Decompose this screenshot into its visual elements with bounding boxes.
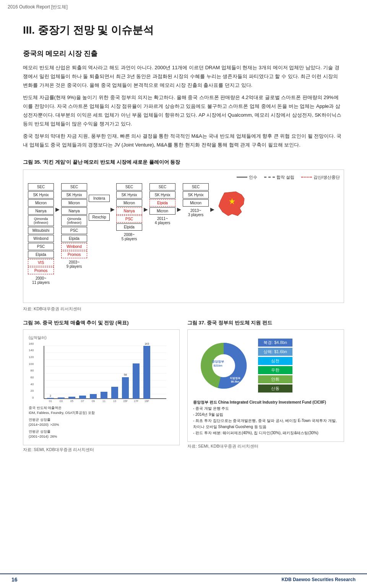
section-title: III. 중장기 전망 및 이슈분석	[23, 23, 344, 37]
col2-sec: SEC	[61, 183, 87, 191]
col2-winbond: Winbond	[61, 243, 87, 250]
svg-rect-12	[47, 398, 54, 399]
figure-36-container: 그림 36. 중국 반도체 매출액 추이 및 전망 (목표) (십억달러) 16…	[23, 319, 180, 460]
col2-nanya: Nanya	[61, 207, 87, 215]
col3-micron: Micron	[116, 199, 142, 207]
col1-qimonda: Qimonda(Infineon)	[28, 215, 54, 226]
col3-psc: PSC	[116, 215, 142, 223]
col2-qimonda: Qimonda(Infineon)	[61, 215, 87, 226]
col3-skhynix: SK Hynix	[116, 191, 142, 199]
col2-year: 2003~9 players	[67, 260, 82, 269]
pie-chart-svg: 중앙정부 $21bn 지방정부 $6.5bn	[193, 335, 254, 396]
fund-beijing: 북경: $4.8bn	[258, 339, 292, 347]
col1-winbond: Winbond	[28, 235, 54, 242]
svg-rect-32	[143, 346, 150, 399]
legend-acquisition: 인수	[237, 174, 257, 180]
fund-shandong: 산동	[258, 384, 292, 393]
fund-wuhan: 우한	[258, 366, 292, 374]
figure-37-source: 자료: SEMI, KDB대우증권 리서치센터	[187, 443, 344, 449]
col1-psc: PSC	[28, 243, 54, 250]
rexchip-box: Rexchip	[89, 213, 110, 221]
svg-rect-15	[58, 397, 65, 399]
body-paragraph-1: 메모리 반도체 산업은 퇴출의 역사라고 해도 과언이 아니다. 2000년 1…	[23, 64, 344, 90]
page-footer: 16 KDB Daewoo Securities Research	[0, 573, 367, 583]
flow-col-5: SEC SK Hynix Micron 2013~3 players	[182, 183, 209, 217]
col2-micron: Micron	[61, 199, 87, 207]
svg-marker-0	[219, 192, 244, 216]
body-paragraph-2: 반도체 자급률(현재 9%)을 높이기 위한 중국 정부의 의지는 확고하다. …	[23, 93, 344, 128]
col1-nanya: Nanya	[28, 207, 54, 215]
flow-col-3: SEC SK Hynix Micron Nanya PSC Elpida 200…	[115, 183, 143, 241]
figure-37-title: 그림 37. 중국 정부의 반도체 지원 펀드	[187, 319, 344, 326]
body-paragraph-3: 중국 정부의 막대한 자금 지원, 풍부한 인재, 빠른 의사 결정을 통한 적…	[23, 132, 344, 150]
col3-year: 2008~5 players	[122, 233, 137, 241]
col3-nanya: Nanya	[116, 207, 142, 215]
fund-boxes: 북경: $4.8bn 상해: $1.6bn 심천 우한 안휘 산동	[258, 339, 292, 393]
col4-elpida: Elpida	[149, 199, 175, 207]
fund-shenzhen: 심천	[258, 357, 292, 365]
svg-text:09: 09	[92, 400, 95, 402]
y-axis: 160 140 120 100 80 60 40 20 0	[29, 342, 34, 399]
col1-promos: Promos	[28, 267, 54, 274]
figure-36-box: (십억달러) 160 140 120 100 80 60 40 20 0	[23, 329, 180, 445]
inotera-box: Inotera	[89, 195, 110, 202]
col5-skhynix: SK Hynix	[183, 191, 209, 199]
pie-and-labels: 중앙정부 $21bn 지방정부 $6.5bn 북경: $4.8bn 상해: $1…	[193, 335, 338, 396]
figure-35-source: 자료: KDB대우증권 리서치센터	[23, 306, 344, 312]
col4-sec: SEC	[149, 183, 175, 191]
col5-micron: Micron	[183, 199, 209, 207]
chart-annotations: 중국 반도체 매출액은 IDM, Fabless, Foundry, OSAT(…	[29, 406, 174, 440]
col1-sec: SEC	[28, 183, 54, 191]
svg-rect-30	[133, 363, 140, 399]
arrow-5: ▶	[210, 183, 214, 212]
page-number: 16	[11, 577, 18, 583]
svg-text:11: 11	[102, 400, 106, 402]
figure-35-box: 인수 합작 설립 감산/생산중단 SEC SK Hynix Micron Nan…	[23, 169, 344, 303]
svg-text:$21bn: $21bn	[213, 364, 222, 367]
col3-elpida: Elpida	[116, 223, 142, 231]
col1-elpida: Elpida	[28, 251, 54, 258]
flow-col-1: SEC SK Hynix Micron Nanya Qimonda(Infine…	[27, 183, 55, 285]
col1-vis: VIS	[28, 259, 54, 266]
svg-text:2: 2	[50, 394, 51, 397]
svg-rect-27	[122, 377, 129, 399]
svg-text:07: 07	[81, 400, 84, 402]
svg-text:03: 03	[60, 400, 63, 402]
flow-col-2: SEC SK Hynix Micron Nanya Qimonda(Infine…	[60, 183, 88, 269]
fund-anhui: 안휘	[258, 375, 292, 383]
svg-text:13: 13	[113, 400, 116, 402]
figure-35-title: 그림 35. '치킨 게임'이 끝난 메모리 반도체 시장에 새로운 플레이어 …	[23, 159, 344, 166]
arrow-1: ▶	[55, 183, 60, 212]
col4-skhynix: SK Hynix	[149, 191, 175, 199]
svg-text:$6.5bn: $6.5bn	[231, 380, 239, 383]
figure-37-box: 중앙정부 $21bn 지방정부 $6.5bn 북경: $4.8bn 상해: $1…	[187, 329, 344, 442]
col1-micron: Micron	[28, 199, 54, 207]
svg-rect-21	[90, 394, 97, 399]
svg-text:15F: 15F	[123, 400, 128, 402]
svg-rect-17	[68, 397, 75, 399]
arrow-4: ▶	[177, 183, 181, 212]
china-map	[217, 183, 247, 219]
legend-jv: 합작 설립	[264, 174, 294, 180]
unit-label: (십억달러)	[29, 335, 174, 340]
col1-year: 2000~11 players	[32, 276, 50, 285]
svg-rect-25	[111, 387, 118, 399]
col2-psc: PSC	[61, 227, 87, 234]
col3-sec: SEC	[116, 183, 142, 191]
svg-rect-23	[101, 392, 107, 399]
col1-skhynix: SK Hynix	[28, 191, 54, 199]
svg-text:중앙정부: 중앙정부	[212, 360, 224, 363]
col4-year: 2011~4 players	[155, 217, 171, 225]
svg-text:지방정부: 지방정부	[230, 377, 240, 380]
col1-mitsubishi: Mitsubishi	[28, 227, 54, 234]
svg-text:01: 01	[49, 400, 52, 402]
footer-brand: KDB Daewoo Securities Research	[282, 577, 356, 582]
fund-shanghai: 상해: $1.6bn	[258, 348, 292, 356]
page-header: 2016 Outlook Report [반도체]	[8, 4, 68, 10]
fund-footnote: 중앙정부 펀드 China Integrated Circuit Industr…	[193, 399, 338, 436]
col2-skhynix: SK Hynix	[61, 191, 87, 199]
svg-text:143: 143	[145, 342, 149, 345]
arrow-2: ▶	[110, 183, 115, 212]
svg-rect-19	[79, 396, 86, 399]
svg-text:05: 05	[70, 400, 73, 402]
